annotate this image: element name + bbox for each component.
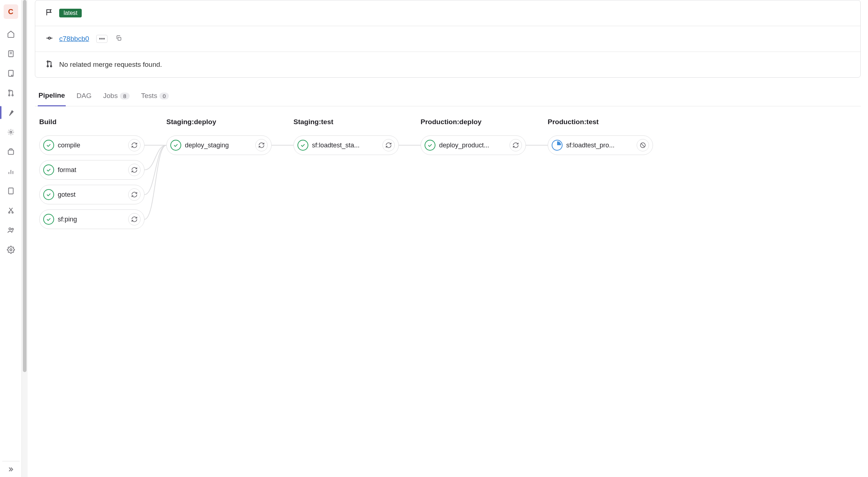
tab-label: DAG [77, 92, 92, 100]
job-name: sf:loadtest_pro... [566, 142, 633, 149]
job-pill[interactable]: gotest [39, 185, 145, 204]
tab-tests[interactable]: Tests 0 [141, 88, 170, 106]
svg-point-23 [47, 61, 49, 62]
retry-button[interactable] [128, 188, 141, 201]
stage-title: Production:deploy [421, 118, 526, 126]
pipeline-graph: Buildcompileformatgotestsf:pingStaging:d… [35, 106, 861, 246]
sidebar-item-merge-requests[interactable] [2, 85, 20, 101]
sidebar-item-wiki[interactable] [2, 183, 20, 199]
scrollbar-track[interactable] [22, 0, 28, 477]
stage-title: Staging:test [293, 118, 399, 126]
svg-point-7 [12, 95, 13, 96]
status-success-icon [425, 140, 435, 151]
status-success-icon [170, 140, 181, 151]
status-running-icon [552, 140, 563, 151]
sidebar-item-members[interactable] [2, 222, 20, 238]
svg-rect-9 [8, 150, 13, 154]
pipeline-flags-row: latest [35, 0, 860, 26]
sidebar-item-deployments[interactable] [2, 124, 20, 140]
svg-line-27 [641, 144, 645, 147]
tests-count-badge: 0 [159, 93, 169, 99]
flag-icon [45, 8, 53, 18]
svg-point-25 [50, 66, 52, 67]
stage: Buildcompileformatgotestsf:ping [39, 118, 145, 234]
stage: Staging:deploydeploy_staging [166, 118, 272, 234]
commit-sha-link[interactable]: c78bbcb0 [59, 35, 89, 43]
svg-point-4 [11, 75, 12, 76]
avatar-letter: C [8, 8, 13, 16]
pipeline-header-card: latest c78bbcb0 ••• No related merge req… [35, 0, 861, 78]
merge-request-row: No related merge requests found. [35, 52, 860, 77]
stage: Staging:testsf:loadtest_sta... [293, 118, 399, 234]
svg-point-17 [12, 228, 13, 230]
svg-point-8 [10, 131, 12, 133]
job-name: deploy_product... [439, 142, 506, 149]
copy-sha-button[interactable] [115, 35, 122, 43]
job-pill[interactable]: format [39, 160, 145, 180]
tab-label: Jobs [103, 92, 118, 100]
retry-button[interactable] [255, 139, 268, 151]
sidebar-item-settings[interactable] [2, 242, 20, 258]
job-pill[interactable]: sf:loadtest_sta... [293, 135, 399, 155]
commit-icon [45, 34, 53, 44]
svg-point-5 [8, 90, 10, 91]
svg-point-6 [8, 95, 10, 96]
sidebar-item-analytics[interactable] [2, 163, 20, 179]
job-name: compile [58, 142, 125, 149]
svg-point-14 [8, 212, 10, 213]
job-pill[interactable]: deploy_product... [421, 135, 526, 155]
status-success-icon [43, 140, 54, 151]
svg-rect-13 [8, 188, 13, 194]
sidebar-expand-button[interactable] [2, 461, 20, 477]
job-name: format [58, 166, 125, 174]
sidebar-item-snippets[interactable] [2, 203, 20, 219]
project-avatar[interactable]: C [4, 4, 18, 19]
job-pill[interactable]: sf:loadtest_pro... [548, 135, 653, 155]
retry-button[interactable] [128, 139, 141, 151]
sidebar-item-issues[interactable] [2, 65, 20, 81]
tab-label: Tests [141, 92, 157, 100]
status-badge: latest [59, 9, 82, 17]
stage-title: Production:test [548, 118, 653, 126]
tab-label: Pipeline [38, 91, 65, 99]
stage-title: Build [39, 118, 145, 126]
stage-title: Staging:deploy [166, 118, 272, 126]
svg-point-24 [47, 66, 49, 67]
sidebar-item-repository[interactable] [2, 46, 20, 62]
svg-point-18 [10, 249, 12, 251]
cancel-button[interactable] [637, 139, 649, 151]
sidebar-item-cicd[interactable] [2, 105, 20, 121]
tab-pipeline[interactable]: Pipeline [38, 88, 66, 106]
sidebar: C [0, 0, 22, 477]
merge-request-icon [45, 60, 53, 69]
job-pill[interactable]: compile [39, 135, 145, 155]
svg-point-16 [9, 228, 11, 230]
retry-button[interactable] [128, 164, 141, 176]
sidebar-item-home[interactable] [2, 26, 20, 42]
svg-point-19 [48, 37, 50, 39]
sidebar-item-packages[interactable] [2, 144, 20, 160]
stage: Production:deploydeploy_product... [421, 118, 526, 234]
tab-dag[interactable]: DAG [76, 88, 92, 106]
job-name: gotest [58, 191, 125, 199]
status-success-icon [297, 140, 308, 151]
status-success-icon [43, 189, 54, 200]
commit-row: c78bbcb0 ••• [35, 26, 860, 52]
commit-expand-button[interactable]: ••• [96, 35, 108, 43]
retry-button[interactable] [510, 139, 522, 151]
job-name: sf:ping [58, 216, 125, 223]
pipeline-tabs: Pipeline DAG Jobs 8 Tests 0 [35, 88, 861, 106]
stage: Production:testsf:loadtest_pro... [548, 118, 653, 234]
scrollbar-thumb[interactable] [23, 0, 27, 372]
merge-request-text: No related merge requests found. [59, 61, 162, 69]
retry-button[interactable] [128, 213, 141, 225]
job-pill[interactable]: deploy_staging [166, 135, 272, 155]
tab-jobs[interactable]: Jobs 8 [102, 88, 130, 106]
svg-rect-22 [118, 37, 121, 40]
status-success-icon [43, 214, 54, 225]
job-pill[interactable]: sf:ping [39, 209, 145, 229]
jobs-count-badge: 8 [120, 93, 129, 99]
job-name: deploy_staging [185, 142, 252, 149]
svg-point-15 [12, 212, 13, 213]
retry-button[interactable] [382, 139, 395, 151]
